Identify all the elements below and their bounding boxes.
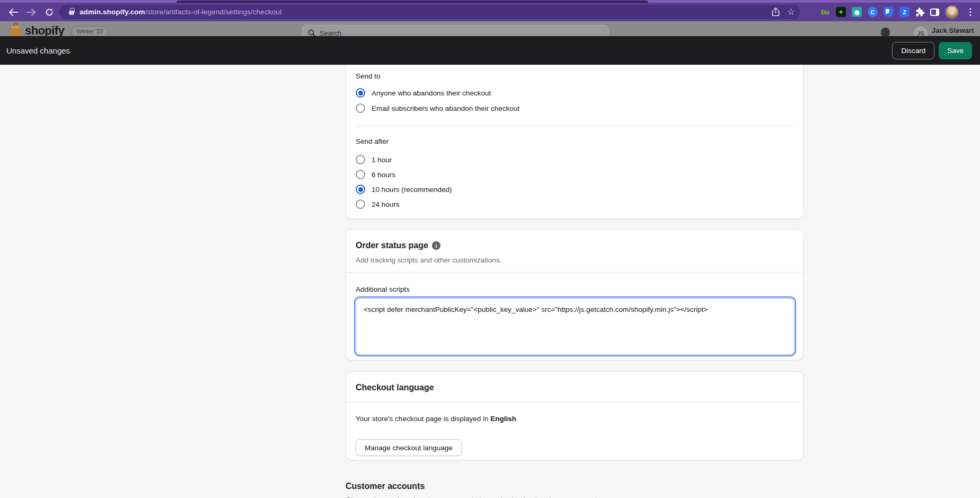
send-to-label: Send to: [356, 71, 793, 82]
order-status-title: Order status page: [356, 240, 428, 251]
radio-option-6-hours[interactable]: 6 hours: [356, 169, 793, 180]
active-tab[interactable]: [176, 1, 648, 3]
customer-accounts-title: Customer accounts: [346, 481, 425, 492]
user-name[interactable]: Jack Stewart: [932, 27, 974, 34]
radio-option-label: 1 hour: [372, 156, 392, 164]
radio-button[interactable]: [356, 170, 365, 179]
radio-option-10-hours[interactable]: 10 hours (recommended): [356, 184, 793, 195]
additional-scripts-input[interactable]: <script defer merchantPublicKey="<public…: [356, 298, 794, 355]
search-icon: [308, 29, 315, 36]
unsaved-changes-message: Unsaved changes: [6, 46, 70, 55]
share-icon[interactable]: [772, 7, 780, 16]
radio-option-anyone[interactable]: Anyone who abandons their checkout: [356, 87, 793, 99]
teal-extension-icon[interactable]: ◉: [852, 7, 862, 17]
language-value: English: [490, 415, 516, 423]
manage-checkout-language-button[interactable]: Manage checkout language: [356, 439, 462, 456]
shopify-wordmark[interactable]: shopify: [25, 24, 64, 36]
page-url[interactable]: admin.shopify.com/store/artifacts-of-leg…: [80, 8, 282, 16]
radio-option-label: Anyone who abandons their checkout: [372, 89, 491, 97]
radio-button[interactable]: [356, 88, 365, 98]
radio-button[interactable]: [356, 155, 365, 164]
radio-option-label: 6 hours: [372, 171, 395, 179]
browser-profile-avatar[interactable]: [945, 5, 959, 19]
info-icon[interactable]: i: [432, 241, 440, 250]
c-extension-icon[interactable]: C: [868, 7, 878, 17]
save-button[interactable]: Save: [939, 42, 972, 59]
radio-button[interactable]: [356, 103, 365, 113]
forward-button[interactable]: [22, 3, 40, 21]
section-divider: [356, 125, 793, 126]
ssl-lock-icon[interactable]: [69, 11, 74, 15]
z-extension-icon[interactable]: Z: [899, 7, 910, 17]
bu-extension-icon[interactable]: bu: [820, 7, 830, 17]
checkout-language-card: Checkout language Your store's checkout …: [346, 371, 804, 460]
shield-extension-icon[interactable]: [884, 7, 894, 17]
admin-search-input[interactable]: Search: [302, 25, 608, 36]
language-text-prefix: Your store's checkout page is displayed …: [356, 415, 490, 423]
user-avatar[interactable]: JS: [914, 27, 928, 36]
checkout-language-title: Checkout language: [356, 383, 434, 392]
additional-scripts-label: Additional scripts: [356, 284, 793, 295]
browser-toolbar: admin.shopify.com/store/artifacts-of-leg…: [0, 0, 980, 21]
search-placeholder: Search: [320, 29, 341, 37]
order-status-subtitle: Add tracking scripts and other customiza…: [356, 256, 793, 265]
radio-button[interactable]: [356, 199, 365, 209]
shopify-bag-logo-icon[interactable]: [9, 23, 23, 36]
address-bar[interactable]: admin.shopify.com/store/artifacts-of-leg…: [59, 5, 800, 19]
notification-bell-icon[interactable]: [881, 28, 890, 36]
radio-option-label: Email subscribers who abandon their chec…: [372, 104, 519, 112]
customer-accounts-description: Choose the version of customer accounts …: [346, 495, 759, 498]
send-after-label: Send after: [356, 136, 793, 147]
unsaved-changes-bar: Unsaved changes Discard Save: [0, 36, 980, 65]
abandoned-checkout-card: Send to Anyone who abandons their checko…: [346, 65, 804, 219]
back-button[interactable]: [4, 3, 22, 21]
order-status-page-card: Order status page i Add tracking scripts…: [346, 229, 804, 361]
browser-menu-icon[interactable]: ⋮: [965, 6, 976, 18]
radio-option-label: 24 hours: [372, 200, 400, 208]
checkout-language-text: Your store's checkout page is displayed …: [356, 414, 793, 424]
editions-badge[interactable]: Winter '23: [71, 26, 109, 36]
radio-option-24-hours[interactable]: 24 hours: [356, 198, 793, 210]
radio-option-1-hour[interactable]: 1 hour: [356, 154, 793, 165]
diamond-extension-icon[interactable]: ✦: [836, 7, 846, 17]
shopify-admin-checkout-settings-page: admin.shopify.com/store/artifacts-of-leg…: [0, 0, 980, 498]
discard-button[interactable]: Discard: [892, 42, 934, 59]
bookmark-star-icon[interactable]: ☆: [787, 7, 795, 16]
puzzle-extensions-icon[interactable]: [915, 7, 924, 16]
radio-button[interactable]: [356, 185, 365, 194]
reload-button[interactable]: [40, 3, 58, 21]
side-panel-icon[interactable]: [930, 8, 939, 16]
admin-top-bar: shopify Winter '23 Search JS Jack Stewar…: [0, 21, 980, 36]
radio-option-email-subscribers[interactable]: Email subscribers who abandon their chec…: [356, 102, 793, 114]
browser-extensions-row: bu ✦ ◉ C Z ⋮: [820, 3, 976, 21]
radio-option-label: 10 hours (recommended): [372, 186, 452, 194]
